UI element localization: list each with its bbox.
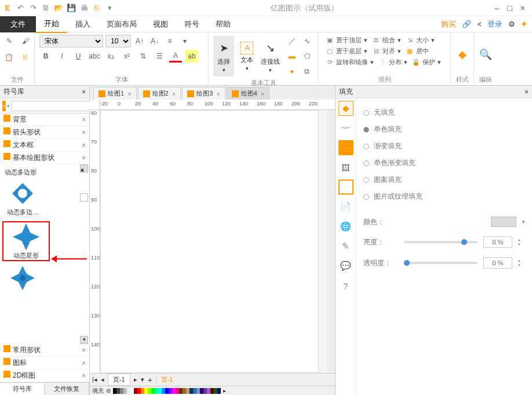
crop-icon[interactable]: ⧉ — [301, 65, 314, 78]
bullets-icon[interactable]: ☰ — [153, 50, 166, 63]
close-button[interactable]: × — [520, 3, 525, 13]
doc-tab-1[interactable]: 绘图1× — [93, 87, 137, 100]
doc-tab-4[interactable]: 绘图4× — [227, 87, 270, 100]
fill-texture-option[interactable]: 图片或纹理填充 — [363, 188, 525, 205]
next-page-icon[interactable]: ▸ — [134, 376, 137, 383]
center-button[interactable]: ▦居中 — [403, 46, 431, 57]
menu-layout[interactable]: 页面布局 — [99, 16, 145, 32]
connector-tool[interactable]: ↘ 连接线 ▾ — [260, 36, 281, 76]
category-background[interactable]: 背景× — [0, 114, 89, 126]
export-icon[interactable]: ⎘ — [92, 3, 102, 13]
paste-icon[interactable]: 📋 — [3, 51, 16, 64]
select-tool[interactable]: ➤ 选择 ▾ — [213, 36, 234, 76]
page-dropdown-icon[interactable]: ▾ — [141, 376, 144, 383]
minimize-button[interactable]: – — [495, 3, 500, 13]
undo-icon[interactable]: ↶ — [15, 3, 25, 13]
superscript-icon[interactable]: x² — [121, 50, 133, 63]
format-painter-icon[interactable]: ✎ — [3, 35, 16, 47]
freeform-icon[interactable]: ⬠ — [301, 50, 314, 63]
brush-icon[interactable]: 🖌 — [19, 35, 32, 47]
prev-page-icon[interactable]: ◂ — [101, 376, 104, 383]
size-button[interactable]: ⇲大小▾ — [403, 35, 437, 46]
close-icon[interactable]: × — [82, 154, 86, 162]
color-palette[interactable] — [113, 388, 221, 394]
print-icon[interactable]: 🖶 — [79, 3, 89, 13]
find-icon[interactable]: 🔍 — [479, 48, 492, 61]
doc-tab-2[interactable]: 绘图2× — [138, 87, 181, 100]
brightness-slider[interactable] — [404, 241, 478, 243]
edit-tab-icon[interactable]: ✎ — [338, 239, 354, 254]
drawing-canvas[interactable] — [100, 110, 319, 373]
subscript-icon[interactable]: x₂ — [104, 50, 117, 63]
align-dropdown-icon[interactable]: ▾ — [178, 35, 191, 47]
open-icon[interactable]: 📂 — [53, 3, 64, 13]
fill-none-option[interactable]: 无填充 — [363, 104, 525, 121]
menu-start[interactable]: 开始 — [36, 16, 67, 33]
protect-button[interactable]: 🔒保护▾ — [410, 57, 443, 68]
shape-star-2[interactable] — [2, 264, 43, 292]
redo-icon[interactable]: ↷ — [28, 3, 38, 13]
help-tab-icon[interactable]: ? — [338, 278, 354, 293]
close-icon[interactable]: × — [82, 141, 86, 149]
link-icon[interactable]: 🔗 — [462, 20, 471, 28]
border-tab-icon[interactable] — [338, 180, 354, 195]
brightness-value[interactable]: 0 % — [483, 236, 512, 248]
image-tab-icon[interactable]: 🖼 — [338, 160, 354, 175]
category-2d[interactable]: 2D框图× — [0, 370, 89, 382]
share-icon[interactable]: < — [477, 20, 482, 28]
opacity-slider[interactable] — [404, 262, 478, 264]
color-picker[interactable] — [491, 217, 516, 227]
search-input[interactable] — [11, 101, 94, 111]
comment-tab-icon[interactable]: 💬 — [338, 258, 354, 273]
bold-icon[interactable]: B — [39, 50, 52, 63]
line-shape-icon[interactable]: ／ — [286, 35, 298, 47]
first-page-icon[interactable]: |◂ — [92, 376, 97, 383]
font-color-icon[interactable]: A — [169, 50, 182, 63]
color-dropdown-icon[interactable]: ▾ — [522, 219, 525, 225]
category-basic-shapes[interactable]: 基本绘图形状× — [0, 152, 89, 164]
align-left-icon[interactable]: ≡ — [163, 35, 176, 47]
maximize-button[interactable]: □ — [507, 3, 512, 13]
fill-mono-gradient-option[interactable]: 单色渐变填充 — [363, 155, 525, 171]
underline-icon[interactable]: U — [72, 50, 85, 63]
buy-link[interactable]: 购买 — [441, 19, 456, 30]
copy-icon[interactable]: ⎘ — [19, 51, 32, 64]
panel-close-icon[interactable]: × — [524, 88, 529, 96]
font-name-select[interactable]: 宋体 — [39, 35, 103, 47]
menu-help[interactable]: 帮助 — [207, 16, 239, 32]
fill-gradient-option[interactable]: 渐变填充 — [363, 138, 525, 155]
rect-shape-icon[interactable]: ▬ — [286, 50, 298, 63]
new-icon[interactable]: 🗎 — [41, 3, 51, 13]
fill-solid-option[interactable]: 单色填充 — [363, 121, 525, 138]
line-height-icon[interactable]: ⇅ — [137, 50, 150, 63]
group-button[interactable]: ⧉组合▾ — [370, 35, 403, 46]
menu-insert[interactable]: 插入 — [67, 16, 99, 32]
send-back-button[interactable]: ▢置于底层▾ — [323, 46, 370, 57]
highlight-icon[interactable]: ab — [185, 50, 198, 63]
shape-star[interactable]: 动态星形 — [2, 221, 50, 261]
close-icon[interactable]: × — [127, 90, 131, 97]
file-menu[interactable]: 文件 — [0, 16, 36, 32]
fill-tab-icon[interactable]: ◆ — [338, 101, 354, 116]
category-textbox[interactable]: 文本框× — [0, 139, 89, 152]
strike-icon[interactable]: abc — [88, 50, 101, 63]
vertical-scrollbar[interactable] — [327, 110, 335, 373]
tab-library[interactable]: 符号库 — [0, 383, 45, 395]
scroll-down-button[interactable]: ▾ — [80, 336, 88, 344]
tab-recover[interactable]: 文件恢复 — [45, 383, 89, 395]
shape-tab-icon[interactable] — [338, 140, 354, 155]
align-button[interactable]: ⊟对齐▾ — [370, 46, 403, 57]
curve-icon[interactable]: ∿ — [301, 35, 314, 47]
qat-dropdown-icon[interactable]: ▾ — [104, 3, 115, 13]
close-icon[interactable]: × — [82, 116, 86, 124]
italic-icon[interactable]: I — [56, 50, 68, 63]
panel-close-icon[interactable]: × — [82, 88, 86, 96]
palette-next-icon[interactable]: ▸ — [223, 387, 226, 394]
menu-view[interactable]: 视图 — [145, 16, 176, 32]
rotate-button[interactable]: ⟳旋转和镜像▾ — [323, 57, 376, 68]
doc-tab-3[interactable]: 绘图3× — [182, 87, 225, 100]
style-icon[interactable]: ◆ — [456, 48, 469, 61]
opacity-value[interactable]: 0 % — [483, 257, 512, 269]
ellipse-shape-icon[interactable]: ● — [286, 65, 298, 78]
page-tab[interactable]: 页-1 — [108, 374, 130, 386]
